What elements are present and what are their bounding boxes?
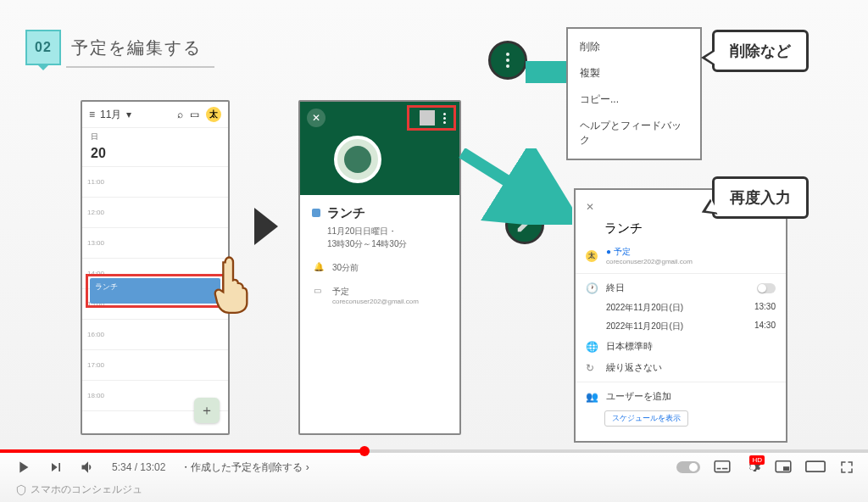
miniplayer-button[interactable] — [775, 460, 792, 474]
callout-delete: 削除など — [712, 30, 809, 72]
calendar-list-phone: ≡ 11月 ▾ ⌕ ▭ 太 日 20 11:00 12:00 13:00 14:… — [81, 100, 230, 435]
callout-reenter: 再度入力 — [712, 176, 809, 219]
end-date[interactable]: 2022年11月20日(日) — [606, 321, 683, 332]
repeat-icon: ↻ — [586, 362, 598, 374]
show-schedule-button[interactable]: スケジュールを表示 — [604, 410, 688, 427]
close-icon[interactable]: ✕ — [586, 201, 598, 213]
autoplay-toggle[interactable] — [676, 461, 700, 473]
time-display: 5:34 / 13:02 — [112, 461, 165, 473]
food-illustration — [334, 136, 381, 183]
calendar-icon: ▭ — [314, 286, 324, 295]
event-type: ● 予定 — [606, 246, 693, 258]
start-date[interactable]: 2022年11月20日(日) — [606, 302, 683, 314]
video-controls: 5:34 / 13:02 ・作成した予定を削除する › HD スマホのコンシェル… — [0, 449, 868, 502]
allday-toggle[interactable] — [757, 283, 776, 293]
arrow-to-menu — [526, 61, 572, 83]
hour-grid: 11:00 12:00 13:00 14:00 15:00 16:00 17:0… — [82, 167, 228, 411]
edit-icon[interactable] — [420, 110, 435, 126]
timezone[interactable]: 日本標準時 — [606, 340, 653, 353]
svg-rect-5 — [717, 468, 721, 470]
more-icon-zoom — [488, 41, 527, 80]
section-number: 02 — [25, 30, 61, 65]
start-time[interactable]: 13:30 — [754, 302, 776, 314]
next-button[interactable] — [47, 459, 64, 476]
theater-button[interactable] — [805, 460, 826, 474]
chapter-title[interactable]: ・作成した予定を削除する › — [181, 460, 309, 475]
bell-icon: 🔔 — [314, 262, 324, 271]
people-icon: 👥 — [586, 391, 598, 403]
menu-icon[interactable]: ≡ — [89, 109, 95, 120]
section-underline — [66, 66, 214, 68]
avatar[interactable]: 太 — [206, 107, 221, 122]
allday-label: 終日 — [606, 282, 625, 294]
event-date: 11月20日日曜日・13時30分～14時30分 — [327, 225, 448, 250]
close-icon[interactable]: ✕ — [307, 109, 326, 127]
settings-button[interactable]: HD — [744, 459, 761, 476]
event-title: ランチ — [327, 205, 365, 221]
hour-row[interactable]: 17:00 — [82, 350, 228, 381]
hour-row[interactable]: 16:00 — [82, 320, 228, 350]
calendar-email: coreconuser202@gmail.com — [332, 298, 419, 305]
overflow-menu: 削除 複製 コピー... ヘルプとフィードバック — [566, 27, 702, 160]
avatar: 太 — [586, 250, 598, 262]
weekday-label: 日 — [82, 128, 228, 146]
section-header: 02 予定を編集する — [25, 30, 202, 65]
section-title: 予定を編集する — [71, 36, 202, 59]
slide-stage: 02 予定を編集する ≡ 11月 ▾ ⌕ ▭ 太 日 20 11:00 12:0… — [0, 0, 868, 449]
end-time[interactable]: 14:30 — [754, 321, 776, 332]
header-actions-highlight — [407, 105, 456, 131]
svg-rect-4 — [715, 461, 730, 472]
svg-rect-9 — [806, 461, 825, 471]
flow-arrow-icon — [254, 208, 278, 245]
color-chip — [312, 209, 320, 217]
edit-event-panel: ✕ ランチ 太 ● 予定 coreconuser202@gmail.com 🕐終… — [574, 188, 787, 443]
svg-rect-8 — [783, 466, 789, 471]
event-header: ✕ — [300, 102, 459, 195]
calendar-toolbar: ≡ 11月 ▾ ⌕ ▭ 太 — [82, 102, 228, 128]
globe-icon: 🌐 — [586, 341, 598, 353]
edit-title[interactable]: ランチ — [604, 220, 777, 237]
event-highlight: ランチ — [86, 274, 225, 308]
svg-point-3 — [689, 463, 698, 471]
menu-delete[interactable]: 削除 — [568, 34, 700, 60]
add-user[interactable]: ユーザーを追加 — [606, 390, 671, 403]
captions-button[interactable] — [714, 460, 731, 474]
clock-icon: 🕐 — [586, 282, 598, 294]
event-detail-phone: ✕ ランチ 11月20日日曜日・13時30分～14時30分 🔔30分前 ▭ 予定… — [298, 100, 461, 435]
day-number: 20 — [82, 146, 228, 167]
hour-row[interactable]: 13:00 — [82, 228, 228, 259]
channel-watermark[interactable]: スマホのコンシェルジュ — [15, 482, 142, 497]
play-button[interactable] — [14, 458, 32, 477]
today-icon[interactable]: ▭ — [190, 109, 199, 120]
reminder-text: 30分前 — [332, 262, 359, 274]
hour-row[interactable]: 12:00 — [82, 198, 228, 228]
month-label[interactable]: 11月 — [100, 108, 121, 122]
event-chip[interactable]: ランチ — [90, 278, 220, 304]
menu-help[interactable]: ヘルプとフィードバック — [568, 113, 700, 153]
hour-row[interactable]: 11:00 — [82, 167, 228, 198]
add-fab[interactable]: ＋ — [194, 398, 220, 423]
repeat-label[interactable]: 繰り返さない — [606, 361, 662, 374]
svg-rect-6 — [722, 468, 727, 470]
menu-duplicate[interactable]: 複製 — [568, 60, 700, 86]
volume-button[interactable] — [80, 459, 97, 476]
progress-bar[interactable] — [0, 449, 868, 453]
svg-line-1 — [462, 153, 566, 218]
arrow-to-edit — [458, 148, 572, 225]
finger-pointer-icon — [212, 254, 254, 314]
more-icon[interactable] — [438, 112, 450, 124]
search-icon[interactable]: ⌕ — [177, 109, 183, 120]
owner-email: coreconuser202@gmail.com — [606, 258, 693, 265]
menu-copy[interactable]: コピー... — [568, 86, 700, 113]
calendar-name: 予定 — [332, 286, 419, 298]
fullscreen-button[interactable] — [839, 460, 854, 475]
